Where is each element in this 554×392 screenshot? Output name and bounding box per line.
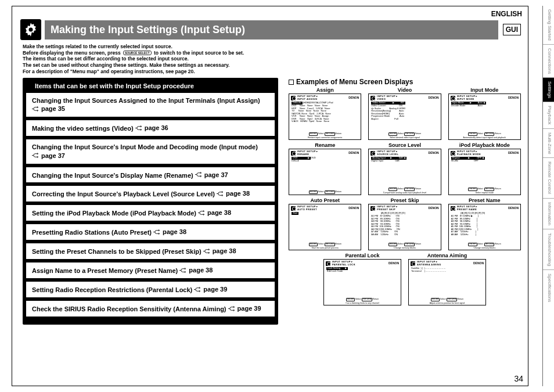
setup-item[interactable]: Setting the Preset Channels to be Skippe… bbox=[26, 243, 275, 259]
screen-cell: Preset SkipINPUT SETUP► PRESET SKIPDENON… bbox=[368, 197, 441, 250]
page-ref-icon: page 38 bbox=[217, 189, 250, 197]
denon-logo: DENON bbox=[429, 152, 439, 155]
setup-item[interactable]: Changing the Input Source's Input Mode a… bbox=[26, 139, 275, 163]
intro-line: For a description of "Menu map" and oper… bbox=[23, 69, 278, 75]
screen-body: Input Mode ▶ Auto ◀ Decode Mode Auto bbox=[449, 101, 520, 132]
screen-body: [A] [B] [C] [D] [E] [F] [G] A1 FM 87.50M… bbox=[369, 211, 440, 242]
screen-title: Rename bbox=[289, 142, 361, 148]
mini-screen: INPUT SETUP► VIDEODENONVideo Select ▶ BD… bbox=[368, 93, 441, 140]
screen-title: Preset Name bbox=[448, 197, 521, 203]
side-tab[interactable]: Getting Started bbox=[543, 6, 554, 45]
screen-footer: ENTERSelect RETURNReturnSelect desired v… bbox=[369, 132, 440, 139]
side-tab[interactable]: Connections bbox=[543, 45, 554, 78]
denon-logo: DENON bbox=[508, 96, 519, 100]
mini-screen: INPUT SETUP► SOURCE LEVELDENONAnalog Inp… bbox=[368, 149, 441, 195]
language-tag: ENGLISH bbox=[491, 10, 522, 18]
screen-cell: Auto PresetINPUT SETUP► AUTO PRESETDENON… bbox=[289, 197, 361, 250]
page-ref-icon: page 37 bbox=[32, 152, 65, 160]
screen-crumb: INPUT SETUP► AUTO PRESET bbox=[297, 206, 347, 211]
intro-line: The items that can be set differ accordi… bbox=[23, 56, 278, 62]
screen-title: Auto Preset bbox=[289, 197, 361, 203]
screen-title: Source Level bbox=[368, 142, 441, 148]
denon-logo: DENON bbox=[508, 207, 519, 210]
screen-body: Lock Setting ▶ Edit Lock Code bbox=[324, 267, 401, 297]
page-ref-icon: page 38 bbox=[153, 228, 186, 236]
mini-screen: INPUT SETUP► AUTO PRESETDENONStartENTERS… bbox=[289, 204, 361, 250]
screen-icon bbox=[291, 206, 296, 211]
screen-footer: ENTERSelect RETURNReturnChange memory bl… bbox=[369, 242, 440, 250]
screen-crumb: INPUT SETUP► INPUT MODE bbox=[457, 95, 506, 100]
setup-item[interactable]: Setting Radio Reception Restrictions (Pa… bbox=[26, 282, 275, 297]
screen-title: Parental Lock bbox=[323, 253, 401, 258]
denon-logo: DENON bbox=[429, 96, 439, 100]
setup-item[interactable]: Changing the Input Sources Assigned to t… bbox=[26, 93, 275, 117]
side-tab[interactable]: Multi-Zone bbox=[543, 129, 554, 159]
screen-title: Assign bbox=[289, 87, 361, 93]
screen-cell: VideoINPUT SETUP► VIDEODENONVideo Select… bbox=[368, 87, 441, 140]
setup-item[interactable]: Assign Name to a Preset Memory (Preset N… bbox=[26, 262, 275, 278]
screen-crumb: INPUT SETUP► RENAME bbox=[297, 150, 347, 156]
setup-item[interactable]: Check the SIRIUS Radio Reception Sensiti… bbox=[26, 301, 275, 317]
page-ref-icon: page 36 bbox=[135, 124, 168, 132]
gear-icon bbox=[20, 19, 41, 40]
setup-item[interactable]: Making the video settings (Video) page 3… bbox=[26, 120, 275, 136]
page-ref-icon: page 38 bbox=[179, 266, 213, 274]
screen-cell: Antenna AimingINPUT SETUP► ANTENNA AIMIN… bbox=[408, 253, 486, 305]
screen-title: Antenna Aiming bbox=[408, 253, 486, 258]
svg-point-1 bbox=[29, 28, 33, 32]
intro-part: to switch to the input source to be set. bbox=[154, 50, 244, 56]
screen-footer: ENTERSelect RETURNReturnStart the auto p… bbox=[289, 242, 361, 250]
screen-title: Video bbox=[368, 87, 441, 93]
screen-title: iPod Playback Mode bbox=[448, 142, 521, 148]
screen-footer: ENTERSelect RETURNReturnRestore input co… bbox=[289, 132, 361, 139]
screen-footer: ENTERSelect RETURNReturn bbox=[289, 190, 361, 195]
screen-cell: Preset NameINPUT SETUP► PRESET NAMEDENON… bbox=[448, 197, 521, 250]
side-tab[interactable]: Remote Control bbox=[543, 158, 554, 198]
screen-title: Preset Skip bbox=[368, 197, 441, 203]
setup-item[interactable]: Setting the iPod Playback Mode (iPod Pla… bbox=[26, 205, 275, 221]
mini-screen: INPUT SETUP► PRESET SKIPDENON [A] [B] [C… bbox=[368, 204, 441, 250]
screen-footer: ENTERSelect RETURNReturnCompensate analo… bbox=[369, 187, 440, 195]
screen-icon bbox=[370, 96, 375, 100]
denon-logo: DENON bbox=[348, 207, 359, 210]
side-tab[interactable]: Settings bbox=[543, 78, 554, 102]
side-tab[interactable]: Playback bbox=[543, 102, 554, 128]
screen-crumb: INPUT SETUP► SOURCE LEVEL bbox=[377, 150, 426, 156]
side-tab[interactable]: Troubleshooting bbox=[543, 229, 554, 270]
side-tabs: Getting StartedConnectionsSettingsPlayba… bbox=[542, 6, 554, 386]
screen-body: [A] [B] [C] [D] [E] [F] [G] A1 FM 87.50M… bbox=[449, 211, 520, 242]
side-tab[interactable]: Information bbox=[543, 199, 554, 229]
screen-crumb: INPUT SETUP► PRESET SKIP bbox=[377, 206, 426, 211]
mini-screen: INPUT SETUP► RENAMEDENONDVD ▶DVD Default… bbox=[289, 149, 361, 195]
setup-item[interactable]: Changing the Input Source's Display Name… bbox=[26, 167, 275, 183]
intro-part: Before displaying the menu screen, press bbox=[23, 50, 121, 56]
intro-line: Before displaying the menu screen, press… bbox=[23, 50, 278, 56]
screen-crumb: INPUT SETUP► VIDEO bbox=[377, 95, 426, 100]
screen-body: Satellite ) ) |……………………… Terrestrial |……… bbox=[409, 267, 485, 297]
screen-footer: ENTERSelect RETURNReturnAutomatically de… bbox=[449, 132, 520, 139]
screen-icon bbox=[370, 151, 375, 156]
screen-cell: Parental LockINPUT SETUP► PARENTAL LOCKD… bbox=[323, 253, 401, 305]
screen-footer: ENTERSelect RETURNReturnAdjust antenna p… bbox=[409, 297, 485, 305]
intro-line: Make the settings related to the current… bbox=[23, 44, 278, 50]
mini-screen: INPUT SETUP► INPUT ASSIGNDENONDefaults |… bbox=[289, 93, 361, 140]
mini-screen: INPUT SETUP► ANTENNA AIMINGDENONSatellit… bbox=[408, 259, 486, 305]
screen-icon bbox=[411, 261, 415, 266]
page-ref-icon: page 35 bbox=[32, 105, 65, 113]
screen-crumb: INPUT SETUP► PARENTAL LOCK bbox=[332, 261, 387, 266]
side-tab[interactable]: Specifications bbox=[543, 270, 554, 305]
mini-screen: INPUT SETUP► INPUT MODEDENONInput Mode ▶… bbox=[448, 93, 521, 140]
page-ref-icon: page 37 bbox=[195, 171, 228, 179]
intro-text: Make the settings related to the current… bbox=[23, 44, 278, 74]
mini-screen: INPUT SETUP► PLAYBACK MODEDENONRepeat ▶ … bbox=[448, 149, 521, 195]
page-ref-icon: page 38 bbox=[203, 247, 236, 255]
screen-cell: iPod Playback ModeINPUT SETUP► PLAYBACK … bbox=[448, 142, 521, 195]
screen-body: Defaults |HDMI|DIGITAL|COMP | iPod DVD N… bbox=[289, 101, 361, 132]
setup-item[interactable]: Correcting the Input Source's Playback L… bbox=[26, 186, 275, 202]
screen-body: DVD ▶DVD Default bbox=[289, 156, 361, 190]
setup-item[interactable]: Presetting Radio Stations (Auto Preset) … bbox=[26, 224, 275, 240]
screen-icon bbox=[291, 151, 296, 156]
denon-logo: DENON bbox=[473, 262, 484, 265]
header-bar: Making the Input Settings (Input Setup) … bbox=[20, 19, 521, 40]
screen-icon bbox=[326, 261, 330, 266]
